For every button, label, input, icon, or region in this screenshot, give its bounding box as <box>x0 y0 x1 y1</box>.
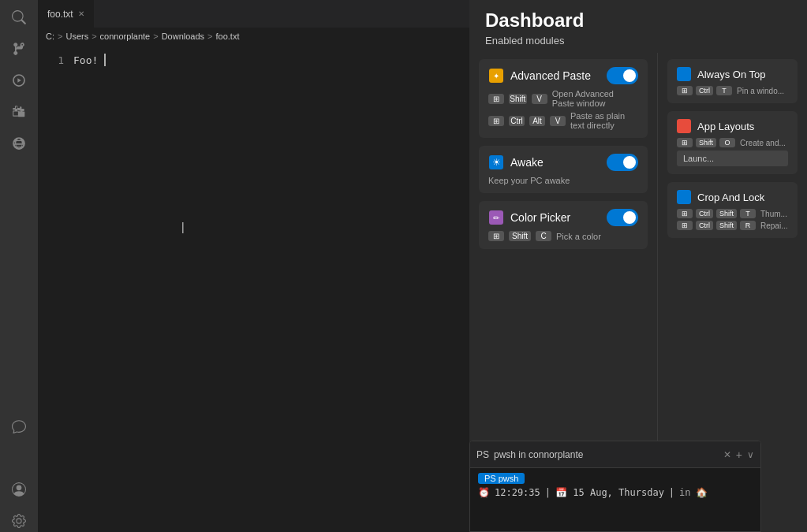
breadcrumb-c: C: <box>46 32 54 41</box>
advanced-paste-shortcut-1: ⊞ Shift V Open Advanced Paste window <box>488 89 638 108</box>
color-picker-icon: ✏ <box>488 210 504 225</box>
terminal-chevron-icon[interactable]: ∨ <box>747 449 754 460</box>
terminal-ps-icon: PS <box>476 449 489 460</box>
shift-key-1: Shift <box>509 94 527 104</box>
crop-and-lock-header: Crop And Lock <box>677 190 788 204</box>
run-icon[interactable] <box>8 69 30 91</box>
breadcrumb-users: Users <box>65 32 88 41</box>
module-color-picker-header: ✏ Color Picker <box>488 209 638 226</box>
ctrl-key-1: Ctrl <box>509 116 525 126</box>
crop-and-lock-shortcut-1: ⊞ Ctrl Shift T Thum... <box>677 209 788 218</box>
module-awake-header: ☀ Awake <box>488 154 638 171</box>
tab-bar: foo.txt ✕ <box>38 0 469 28</box>
breadcrumb: C: > Users > connorplante > Downloads > … <box>38 28 469 45</box>
t-key-aot: T <box>716 86 732 95</box>
terminal-home: 🏠 <box>696 487 708 498</box>
text-cursor <box>104 54 106 66</box>
ctrl-key-cl2: Ctrl <box>696 221 713 230</box>
advanced-paste-shortcut-2: ⊞ Ctrl Alt V Paste as plain text directl… <box>488 111 638 130</box>
breadcrumb-file: foo.txt <box>216 32 240 41</box>
tab-foo-txt[interactable]: foo.txt ✕ <box>38 0 95 28</box>
remote-icon[interactable] <box>8 132 30 154</box>
terminal-time: 12:29:35 <box>495 487 540 498</box>
win-key-cl1: ⊞ <box>677 209 693 218</box>
terminal-close-icon[interactable]: ✕ <box>723 449 731 460</box>
breadcrumb-sep-3: > <box>153 32 158 41</box>
terminal-subtab-pwsh[interactable]: PS pwsh <box>478 473 525 484</box>
cl-desc-1: Thum... <box>760 210 787 218</box>
breadcrumb-sep-4: > <box>207 32 212 41</box>
awake-toggle[interactable] <box>607 154 638 171</box>
ctrl-key-cl1: Ctrl <box>696 209 713 218</box>
awake-name: Awake <box>510 156 544 169</box>
module-advanced-paste: ✦ Advanced Paste ⊞ Shift V Open Advanced… <box>479 59 648 138</box>
shift-key-cl2: Shift <box>716 221 737 230</box>
crop-and-lock-shortcut-2: ⊞ Ctrl Shift R Repai... <box>677 221 788 230</box>
module-color-picker: ✏ Color Picker ⊞ Shift C Pick a color <box>479 201 648 249</box>
o-key-al: O <box>719 138 735 147</box>
terminal-content[interactable]: PS pwsh ⏰ 12:29:35 | 📅 15 Aug, Thursday … <box>470 468 760 531</box>
module-color-picker-title-row: ✏ Color Picker <box>488 210 570 225</box>
breadcrumb-downloads: Downloads <box>162 32 204 41</box>
awake-desc: Keep your PC awake <box>488 176 638 185</box>
awake-icon: ☀ <box>488 154 504 170</box>
module-always-on-top: Always On Top ⊞ Ctrl T Pin a windo... <box>667 59 798 103</box>
win-key-al: ⊞ <box>677 138 693 147</box>
color-picker-shortcut: ⊞ Shift C Pick a color <box>488 231 638 241</box>
advanced-paste-icon: ✦ <box>488 68 504 84</box>
settings-icon[interactable] <box>8 510 30 532</box>
al-desc: Create and... <box>740 139 786 147</box>
breadcrumb-user: connorplante <box>100 32 151 41</box>
search-icon[interactable] <box>8 6 30 28</box>
terminal-subtab-icon: PS <box>484 474 496 483</box>
terminal-tab-title: pwsh in connorplante <box>494 449 719 460</box>
color-picker-toggle[interactable] <box>607 209 638 226</box>
t-key-cl1: T <box>740 209 756 218</box>
editor-text[interactable]: Foo! <box>73 51 469 526</box>
module-awake-title-row: ☀ Awake <box>488 154 544 170</box>
terminal-prompt: ⏰ 12:29:35 | 📅 15 Aug, Thursday | in 🏠 <box>478 487 753 498</box>
module-awake: ☀ Awake Keep your PC awake <box>479 146 648 193</box>
terminal-date: 📅 15 Aug, Thursday <box>555 487 664 498</box>
app-layouts-name: App Layouts <box>697 121 754 132</box>
close-tab-icon[interactable]: ✕ <box>78 9 84 18</box>
crop-and-lock-name: Crop And Lock <box>697 192 764 203</box>
dashboard-title: Dashboard <box>485 9 791 32</box>
line-numbers: 1 <box>38 51 73 526</box>
terminal-in: in <box>679 487 690 498</box>
module-app-layouts: App Layouts ⊞ Shift O Create and... Laun… <box>667 111 798 174</box>
shortcut-desc-1: Open Advanced Paste window <box>552 89 638 108</box>
terminal-panel: PS pwsh in connorplante ✕ + ∨ PS pwsh ⏰ … <box>469 441 761 532</box>
v-key-1: V <box>532 94 547 104</box>
extensions-icon[interactable] <box>8 101 30 123</box>
advanced-paste-toggle[interactable] <box>607 67 638 84</box>
account-icon[interactable] <box>8 478 30 500</box>
crop-and-lock-icon <box>677 190 691 204</box>
v-key-2: V <box>550 116 566 126</box>
alt-key-1: Alt <box>529 116 545 126</box>
shift-key-al: Shift <box>696 138 716 147</box>
breadcrumb-sep-2: > <box>92 32 96 41</box>
module-crop-and-lock: Crop And Lock ⊞ Ctrl Shift T Thum... ⊞ C… <box>667 182 798 238</box>
shift-key-cp: Shift <box>509 231 531 241</box>
terminal-subtab-label: pwsh <box>499 474 519 483</box>
c-key-cp: C <box>536 231 551 241</box>
always-on-top-name: Always On Top <box>697 69 765 80</box>
prompt-separator-1: | <box>545 487 551 498</box>
app-layouts-icon <box>677 119 691 133</box>
terminal-tab-bar: PS pwsh in connorplante ✕ + ∨ <box>470 441 760 468</box>
module-advanced-paste-title-row: ✦ Advanced Paste <box>488 68 591 84</box>
activity-bar <box>0 0 38 532</box>
dashboard-subtitle: Enabled modules <box>485 35 791 47</box>
app-layouts-header: App Layouts <box>677 119 788 133</box>
editor-content-area[interactable]: 1 Foo! <box>38 45 469 532</box>
tab-label: foo.txt <box>47 9 73 20</box>
win-key-1: ⊞ <box>488 94 504 104</box>
always-on-top-icon <box>677 67 691 81</box>
terminal-plus-icon[interactable]: + <box>736 448 742 461</box>
app-layouts-launch-button[interactable]: Launc... <box>677 151 788 166</box>
always-on-top-shortcut: ⊞ Ctrl T Pin a windo... <box>677 86 788 95</box>
source-control-icon[interactable] <box>8 38 30 60</box>
chat-icon[interactable] <box>8 415 30 437</box>
shortcut-desc-2: Paste as plain text directly <box>570 111 638 130</box>
